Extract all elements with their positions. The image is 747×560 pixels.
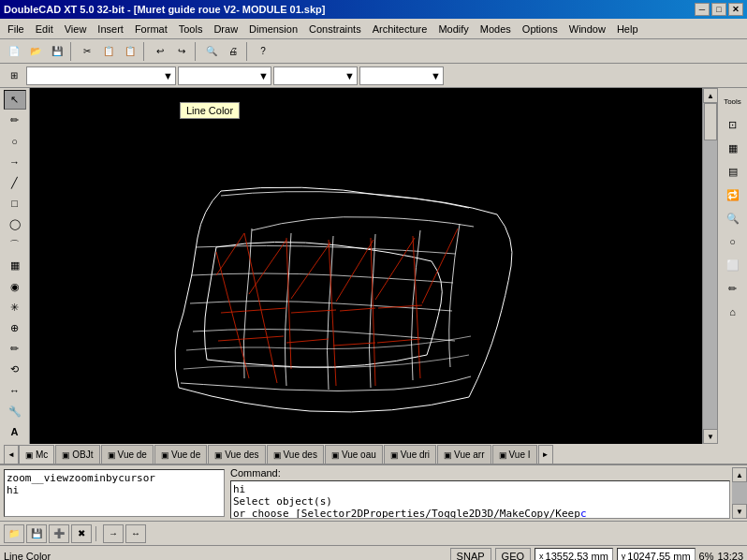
tool-selector[interactable]: ↖ <box>4 90 26 110</box>
menu-file[interactable]: File <box>2 20 30 38</box>
tool-wrench[interactable]: 🔧 <box>4 402 26 421</box>
rt-tool5[interactable]: 🔍 <box>722 207 744 229</box>
bottom-btn6[interactable]: ↔ <box>125 524 146 543</box>
bottom-btn4[interactable]: ✖ <box>71 524 92 543</box>
tool-fill[interactable]: ◉ <box>4 277 26 297</box>
tab-mc[interactable]: ▣Mc <box>19 445 54 464</box>
svg-line-19 <box>378 305 422 308</box>
tab-vue1[interactable]: ▣Vue de <box>101 445 154 464</box>
tool-hatch[interactable]: ▦ <box>4 256 26 275</box>
menu-help[interactable]: Help <box>611 20 644 38</box>
dropdown2[interactable]: ▼ <box>178 66 271 85</box>
tab-vue4[interactable]: ▣Vue des <box>267 445 324 464</box>
rt-tool7[interactable]: ⬜ <box>722 254 744 276</box>
tab-vue3[interactable]: ▣Vue des <box>208 445 265 464</box>
tab-vue7[interactable]: ▣Vue arr <box>437 445 491 464</box>
scrollbar-track[interactable] <box>703 103 717 429</box>
tool-pencil[interactable]: ✏ <box>4 111 26 130</box>
scrollbar-thumb[interactable] <box>704 103 717 140</box>
menu-modes[interactable]: Modes <box>475 20 517 38</box>
new-button[interactable]: 📄 <box>4 41 24 62</box>
tool-rect[interactable]: □ <box>4 194 26 214</box>
tab-objt[interactable]: ▣OBJt <box>55 445 99 464</box>
tool-ellipse[interactable]: ◯ <box>4 214 26 234</box>
undo-button[interactable]: ↩ <box>150 41 170 62</box>
menu-format[interactable]: Format <box>129 20 173 38</box>
tool-edit[interactable]: ✏ <box>4 339 26 359</box>
dropdown1[interactable]: ▼ <box>26 66 176 85</box>
command-label: Command: <box>230 467 281 479</box>
help-button[interactable]: ? <box>253 41 273 62</box>
tool-star[interactable]: ✳ <box>4 298 26 317</box>
tool-crosshair[interactable]: ⊕ <box>4 318 26 338</box>
snap-button[interactable]: SNAP <box>450 548 491 561</box>
rt-tool8[interactable]: ✏ <box>722 277 744 300</box>
save-button[interactable]: 💾 <box>47 41 67 62</box>
tab-vue5[interactable]: ▣Vue oau <box>325 445 383 464</box>
tab-scroll-right[interactable]: ► <box>538 445 553 464</box>
menu-options[interactable]: Options <box>517 20 564 38</box>
restore-button[interactable]: □ <box>711 3 726 16</box>
left-toolpanel: ↖ ✏ ○ → ╱ □ ◯ ⌒ ▦ ◉ ✳ ⊕ ✏ ⟲ ↔ 🔧 A <box>0 88 30 444</box>
tool-move[interactable]: ↔ <box>4 380 26 400</box>
minimize-button[interactable]: ─ <box>695 3 710 16</box>
command-history-line1: zoom__viewzoominbycursor <box>7 472 222 484</box>
bottom-btn5[interactable]: → <box>103 524 124 543</box>
scrollbar-down[interactable]: ▼ <box>703 429 718 444</box>
rt-tool4[interactable]: 🔁 <box>722 184 744 206</box>
cmd-scroll-up[interactable]: ▲ <box>732 467 747 482</box>
canvas-vertical-scrollbar[interactable]: ▲ ▼ <box>702 88 717 444</box>
tool-rotate[interactable]: ⟲ <box>4 360 26 379</box>
menu-view[interactable]: View <box>59 20 93 38</box>
cmd-scroll-track[interactable] <box>732 482 747 504</box>
paste-button[interactable]: 📋 <box>120 41 140 62</box>
bottom-btn1[interactable]: 📁 <box>4 524 24 543</box>
close-button[interactable]: ✕ <box>728 3 743 16</box>
rt-tool3[interactable]: ▤ <box>722 160 744 183</box>
canvas-area[interactable]: Line Color <box>30 88 702 444</box>
zoom-button[interactable]: 🔍 <box>201 41 222 62</box>
menu-constraints[interactable]: Constraints <box>303 20 367 38</box>
rt-tool6[interactable]: ○ <box>722 230 744 253</box>
dropdown3[interactable]: ▼ <box>273 66 358 85</box>
menu-tools[interactable]: Tools <box>173 20 209 38</box>
coord-y: y 10247.55 mm <box>617 548 696 561</box>
menu-edit[interactable]: Edit <box>30 20 59 38</box>
tab-vue8[interactable]: ▣Vue I <box>492 445 537 464</box>
tool-arrow[interactable]: → <box>4 153 26 172</box>
menu-modify[interactable]: Modify <box>432 20 474 38</box>
bottom-btn3[interactable]: ➕ <box>49 524 69 543</box>
cut-button[interactable]: ✂ <box>77 41 97 62</box>
tab-vue6[interactable]: ▣Vue dri <box>384 445 436 464</box>
rt-tool1[interactable]: ⊡ <box>722 113 744 136</box>
tool-line[interactable]: ╱ <box>4 173 26 193</box>
dropdown4[interactable]: ▼ <box>359 66 444 85</box>
coord-x-value: 13552.53 mm <box>546 551 608 561</box>
scrollbar-up[interactable]: ▲ <box>703 88 718 103</box>
rt-tool2[interactable]: ▦ <box>722 137 744 159</box>
tab-scroll-left[interactable]: ◄ <box>4 445 19 464</box>
coord-x: x 13552.53 mm <box>535 548 613 561</box>
open-button[interactable]: 📂 <box>25 41 46 62</box>
menu-draw[interactable]: Draw <box>208 20 243 38</box>
tab-vue2[interactable]: ▣Vue de <box>154 445 207 464</box>
tb2-icon1[interactable]: ⊞ <box>4 66 24 86</box>
bottom-btn2[interactable]: 💾 <box>26 524 47 543</box>
tool-circle[interactable]: ○ <box>4 131 26 151</box>
tool-text[interactable]: A <box>4 422 26 442</box>
tool-arc[interactable]: ⌒ <box>4 235 26 255</box>
svg-line-9 <box>336 240 374 302</box>
dropdown3-arrow: ▼ <box>344 70 357 81</box>
menu-window[interactable]: Window <box>564 20 611 38</box>
rt-tool9[interactable]: ⌂ <box>722 301 744 323</box>
menu-insert[interactable]: Insert <box>92 20 129 38</box>
rt-tools-icon[interactable]: Tools <box>722 90 744 112</box>
menu-architecture[interactable]: Architecture <box>367 20 433 38</box>
cmd-scroll-down[interactable]: ▼ <box>732 504 747 519</box>
redo-button[interactable]: ↪ <box>171 41 192 62</box>
copy-button[interactable]: 📋 <box>98 41 119 62</box>
menu-dimension[interactable]: Dimension <box>243 20 303 38</box>
print-button[interactable]: 🖨 <box>223 41 243 62</box>
tab-vue4-icon: ▣ <box>273 450 282 460</box>
geo-button[interactable]: GEO <box>495 548 531 561</box>
